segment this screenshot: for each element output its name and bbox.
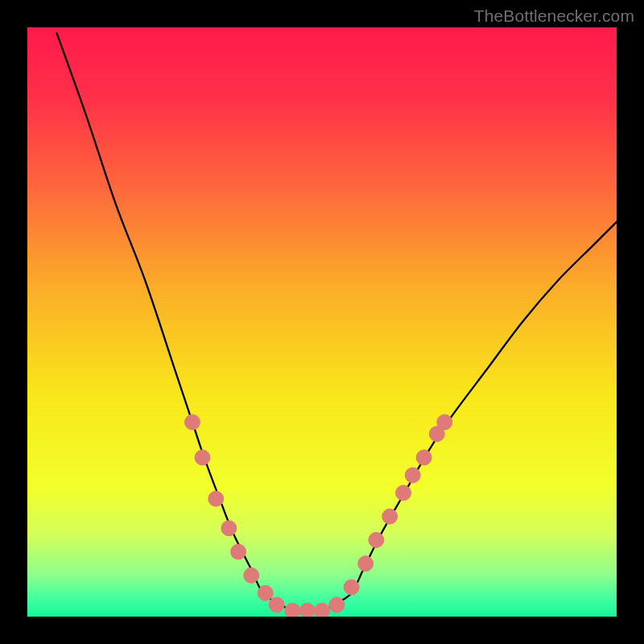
bottleneck-curve: [57, 33, 617, 611]
curve-marker: [344, 580, 359, 595]
curve-marker: [437, 415, 452, 430]
curve-marker: [416, 450, 431, 465]
curve-marker: [315, 603, 330, 617]
watermark-text: TheBottlenecker.com: [474, 6, 634, 26]
chart-curve-layer: [27, 27, 617, 617]
curve-markers: [184, 415, 452, 617]
curve-marker: [221, 521, 237, 536]
curve-marker: [269, 597, 284, 613]
chart-plot-area: [27, 27, 617, 617]
curve-marker: [369, 532, 384, 547]
curve-marker: [208, 491, 224, 506]
curve-marker: [244, 568, 259, 583]
curve-marker: [184, 415, 200, 430]
curve-marker: [405, 468, 420, 483]
curve-marker: [195, 450, 210, 465]
curve-marker: [258, 585, 273, 601]
curve-marker: [396, 485, 411, 501]
curve-marker: [329, 597, 345, 613]
curve-marker: [231, 544, 246, 559]
curve-marker: [299, 603, 315, 617]
curve-marker: [382, 509, 398, 524]
curve-marker: [285, 603, 300, 617]
curve-marker: [358, 556, 374, 572]
